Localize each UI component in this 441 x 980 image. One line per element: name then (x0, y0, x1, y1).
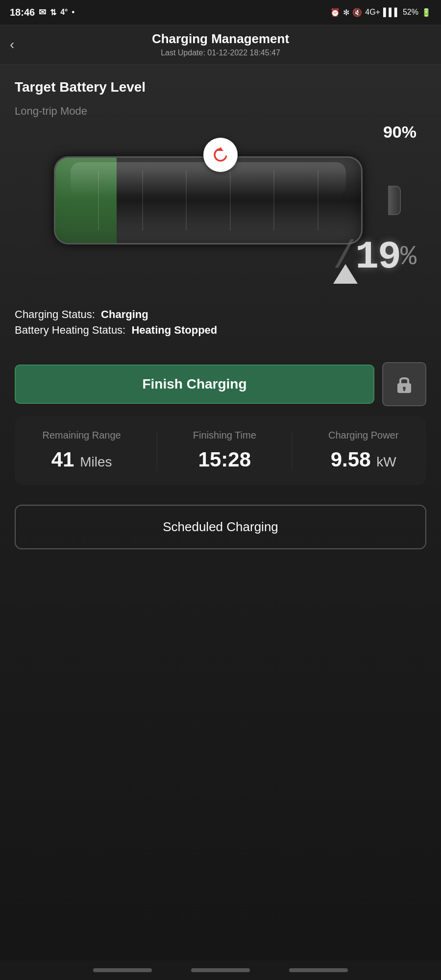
main-content: Target Battery Level Long-trip Mode 90% (0, 65, 441, 980)
bottom-nav-bar (0, 960, 441, 980)
remaining-range-unit: Miles (80, 454, 112, 469)
finishing-time-stat: Finishing Time 15:28 (193, 430, 256, 471)
divider-1 (157, 431, 157, 470)
stats-card: Remaining Range 41 Miles Finishing Time … (15, 416, 426, 485)
nav-pill-right (289, 968, 348, 972)
svg-rect-3 (403, 388, 405, 391)
status-info-row: Charging Status: Charging Battery Heatin… (15, 308, 426, 352)
app-header: ‹ Charging Management Last Update: 01-12… (0, 24, 441, 65)
scheduled-charging-button[interactable]: Scheduled Charging (15, 505, 426, 549)
status-left: 18:46 ✉ ⇅ 4° • (10, 7, 74, 18)
status-text-block: Charging Status: Charging Battery Heatin… (15, 308, 217, 340)
charging-power-label: Charging Power (328, 430, 398, 441)
bluetooth-icon: ✻ (343, 8, 349, 17)
email-icon: ✉ (39, 7, 46, 18)
segment-3 (186, 171, 187, 230)
charging-status-value: Charging (101, 308, 148, 320)
heating-status-label: Battery Heating Status: (15, 324, 125, 336)
mode-label: Long-trip Mode (15, 105, 426, 118)
digital-slash: / (333, 235, 355, 279)
battery-icon: 🔋 (421, 8, 431, 17)
segment-5 (273, 171, 274, 230)
slider-row: / 19 % (15, 264, 426, 303)
refresh-button[interactable] (203, 138, 238, 172)
mute-icon: 🔇 (352, 8, 362, 17)
signal-bars-icon: ▌▌▌ (383, 8, 400, 17)
divider-2 (292, 431, 293, 470)
heating-status-line: Battery Heating Status: Heating Stopped (15, 324, 217, 337)
finish-charging-button[interactable]: Finish Charging (15, 365, 374, 404)
lock-button[interactable] (382, 362, 426, 406)
charging-power-unit: kW (376, 454, 396, 469)
page-title: Charging Management (152, 31, 289, 47)
battery-body (54, 156, 363, 245)
nav-pill-left (93, 968, 152, 972)
charging-status-line: Charging Status: Charging (15, 308, 217, 321)
alarm-icon: ⏰ (330, 8, 340, 17)
temp-icon: 4° (60, 8, 68, 17)
segment-2 (142, 171, 143, 230)
charging-power-stat: Charging Power 9.58 kW (328, 430, 398, 471)
segment-1 (98, 171, 99, 230)
segment-4 (230, 171, 231, 230)
remaining-range-stat: Remaining Range 41 Miles (43, 430, 121, 471)
digital-percent-sign: % (400, 242, 416, 272)
action-button-row: Finish Charging (15, 362, 426, 406)
heating-status-value: Heating Stopped (131, 324, 217, 336)
back-button[interactable]: ‹ (10, 37, 14, 52)
dot-icon: • (72, 8, 74, 17)
status-bar: 18:46 ✉ ⇅ 4° • ⏰ ✻ 🔇 4G+ ▌▌▌ 52% 🔋 (0, 0, 441, 24)
battery-status: 52% (403, 8, 418, 17)
remaining-range-value: 41 Miles (51, 448, 112, 471)
last-update-label: Last Update: 01-12-2022 18:45:47 (161, 49, 280, 57)
remaining-range-label: Remaining Range (43, 430, 121, 441)
status-right: ⏰ ✻ 🔇 4G+ ▌▌▌ 52% 🔋 (330, 8, 431, 17)
refresh-icon (211, 145, 230, 165)
nav-pill-center (191, 968, 250, 972)
charging-power-value: 9.58 kW (331, 448, 396, 471)
data-icon: ⇅ (50, 8, 56, 17)
digital-display: / 19 % (333, 235, 416, 279)
digital-number: 19 (355, 235, 400, 279)
section-title: Target Battery Level (15, 79, 426, 95)
lock-icon (393, 373, 415, 395)
status-time: 18:46 (10, 7, 35, 18)
finishing-time-value: 15:28 (198, 448, 251, 471)
battery-segments (55, 158, 361, 243)
charging-status-label: Charging Status: (15, 308, 95, 320)
finishing-time-label: Finishing Time (193, 430, 256, 441)
signal-label: 4G+ (365, 8, 380, 17)
battery-terminal (388, 186, 401, 215)
segment-6 (318, 171, 318, 230)
